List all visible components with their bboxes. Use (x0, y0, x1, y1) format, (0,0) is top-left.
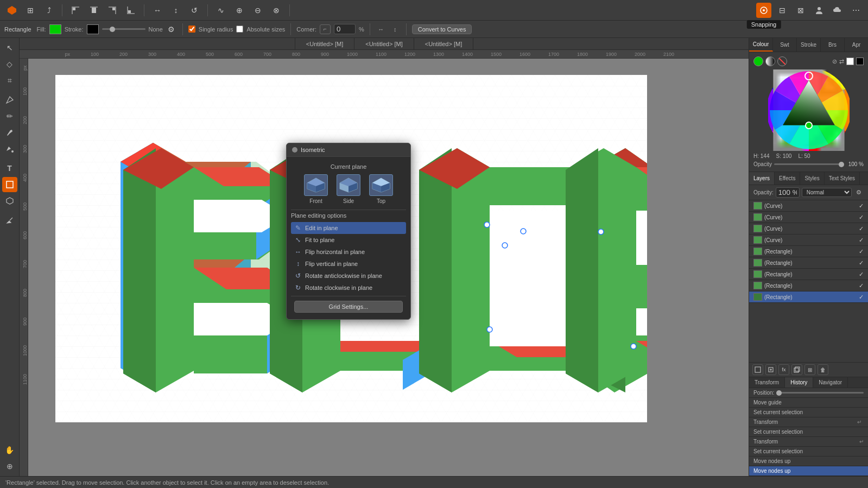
tab-stroke[interactable]: Stroke (797, 38, 821, 52)
flip-h-plane-item[interactable]: ↔ Flip horizontal in plane (291, 246, 406, 258)
user-icon[interactable] (812, 3, 827, 18)
flip-v-plane-item[interactable]: ↕ Flip vertical in plane (291, 258, 406, 270)
view1-icon[interactable]: ⊟ (775, 3, 790, 18)
rotate-icon[interactable]: ↺ (187, 3, 202, 18)
convert-curves-btn[interactable]: Convert to Curves (412, 24, 472, 34)
layer-vis-3[interactable]: ✓ (859, 225, 864, 232)
pen-tool-btn[interactable] (2, 92, 17, 107)
solid-color-icon[interactable] (753, 56, 763, 66)
layer-rect-5[interactable]: (Rectangle) ✓ (749, 291, 868, 303)
align-tl-icon[interactable] (68, 3, 83, 18)
bool2-icon[interactable]: ⊖ (250, 3, 265, 18)
flip-h-icon[interactable]: ↔ (150, 3, 165, 18)
layer-vis-5[interactable]: ✓ (859, 248, 864, 255)
zoom-tool-btn[interactable]: ⊕ (2, 459, 17, 474)
path-icon[interactable]: ∿ (213, 3, 229, 18)
layer-vis-9[interactable]: ✓ (859, 294, 864, 301)
layer-vis-8[interactable]: ✓ (859, 282, 864, 289)
corner-input[interactable] (334, 24, 356, 34)
layer-grid-btn[interactable]: ⊞ (804, 364, 815, 375)
history-move-guide[interactable]: Move guide (749, 398, 868, 408)
swap-colors-icon[interactable]: ⇄ (839, 58, 844, 65)
app-icon[interactable] (4, 3, 20, 18)
eyedropper-btn[interactable] (2, 213, 17, 228)
text-tool-btn[interactable]: T (2, 161, 17, 176)
color-picker-area[interactable] (753, 69, 864, 151)
opacity-slider[interactable] (774, 163, 844, 165)
history-tab[interactable]: History (785, 377, 813, 388)
layer-vis-4[interactable]: ✓ (859, 237, 864, 244)
layer-rect-2[interactable]: (Rectangle) ✓ (749, 257, 868, 269)
view2-icon[interactable]: ⊠ (793, 3, 808, 18)
gradient-icon[interactable] (765, 56, 775, 66)
tab-effects[interactable]: Effects (775, 172, 800, 185)
fit-to-plane-item[interactable]: ⤡ Fit to plane (291, 234, 406, 246)
more-icon[interactable]: ⋯ (848, 3, 864, 18)
align-tc-icon[interactable] (86, 3, 102, 18)
blend-mode-select[interactable]: Normal Multiply Screen Overlay (802, 188, 852, 197)
history-set-sel-1[interactable]: Set current selection (749, 408, 868, 417)
history-transform-1[interactable]: Transform ↵ (749, 417, 868, 427)
layer-rect-3[interactable]: (Rectangle) ✓ (749, 269, 868, 280)
pencil-tool-btn[interactable]: ✏ (2, 109, 17, 124)
rotate-ccw-plane-item[interactable]: ↺ Rotate anticlockwise in plane (291, 270, 406, 282)
layer-vis-6[interactable]: ✓ (859, 259, 864, 267)
canvas-tab-2[interactable]: <Untitled> [M] (354, 38, 414, 49)
eyedropper-color-icon[interactable]: ⊘ (832, 58, 837, 65)
flip-v-icon[interactable]: ↕ (168, 3, 183, 18)
tab-colour[interactable]: Colour (749, 38, 773, 52)
history-set-sel-2[interactable]: Set current selection (749, 427, 868, 437)
canvas-tab-3[interactable]: <Untitled> [M] (414, 38, 473, 49)
stroke-settings-icon[interactable]: ⚙ (166, 24, 177, 35)
rotate-cw-plane-item[interactable]: ↻ Rotate clockwise in plane (291, 282, 406, 294)
layer-rect-4[interactable]: (Rectangle) ✓ (749, 280, 868, 291)
history-set-sel-3[interactable]: Set current selection (749, 447, 868, 457)
navigator-tab[interactable]: Navigator (813, 377, 848, 388)
tab-layers[interactable]: Layers (749, 172, 775, 185)
edit-in-plane-item[interactable]: ✎ Edit in plane (291, 222, 406, 234)
share-icon[interactable]: ⤴ (41, 3, 56, 18)
crop-tool-btn[interactable]: ⌗ (2, 73, 17, 88)
grid-settings-btn[interactable]: Grid Settings... (294, 301, 403, 313)
layer-copy-btn[interactable] (791, 364, 802, 375)
layer-add-btn[interactable] (765, 364, 776, 375)
opacity-blend-input[interactable] (776, 187, 800, 198)
tab-text-styles[interactable]: Text Styles (825, 172, 860, 185)
layer-curve-2[interactable]: (Curve) ✓ (749, 212, 868, 223)
white-swatch[interactable] (846, 58, 854, 65)
snapping-btn[interactable] (756, 3, 771, 18)
tab-brs[interactable]: Brs (821, 38, 845, 52)
layer-settings-btn[interactable]: ⚙ (854, 188, 864, 198)
stroke-swatch[interactable] (87, 24, 99, 34)
position-slider-input[interactable] (776, 392, 864, 394)
grid-icon[interactable]: ⊞ (23, 3, 38, 18)
paint-bucket-btn[interactable] (2, 141, 17, 156)
layer-curve-1[interactable]: (Curve) ✓ (749, 200, 868, 212)
layer-rect-1[interactable]: (Rectangle) ✓ (749, 246, 868, 257)
layer-expand-btn[interactable] (752, 364, 763, 375)
isometric-tool-btn[interactable] (2, 193, 17, 208)
fill-swatch[interactable] (49, 24, 61, 34)
transform-tab[interactable]: Transform (749, 377, 785, 388)
absolute-sizes-check[interactable] (236, 26, 243, 33)
align-tr-icon[interactable] (105, 3, 120, 18)
top-plane-btn[interactable]: Top (369, 174, 393, 204)
history-transform-2[interactable]: Transform ↵ (749, 437, 868, 447)
flip-v-small-icon[interactable]: ↕ (390, 24, 401, 34)
node-tool-btn[interactable]: ◇ (2, 56, 17, 72)
none-color-icon[interactable] (777, 56, 787, 66)
canvas-tab-1[interactable]: <Untitled> [M] (295, 38, 354, 49)
layer-vis-2[interactable]: ✓ (859, 214, 864, 221)
flip-h-small-icon[interactable]: ↔ (376, 24, 387, 34)
history-move-nodes-2[interactable]: Move nodes up (749, 466, 868, 476)
brush-tool-btn[interactable] (2, 125, 17, 140)
tab-swt[interactable]: Swt (773, 38, 797, 52)
canvas-viewport[interactable]: Isometric Current plane (28, 59, 749, 476)
align-bl-icon[interactable] (123, 3, 138, 18)
bool-icon[interactable]: ⊕ (232, 3, 247, 18)
front-plane-btn[interactable]: Front (304, 174, 328, 204)
select-tool-btn[interactable]: ↖ (2, 40, 17, 55)
layer-curve-3[interactable]: (Curve) ✓ (749, 223, 868, 235)
bool3-icon[interactable]: ⊗ (269, 3, 284, 18)
tab-styles[interactable]: Styles (800, 172, 824, 185)
